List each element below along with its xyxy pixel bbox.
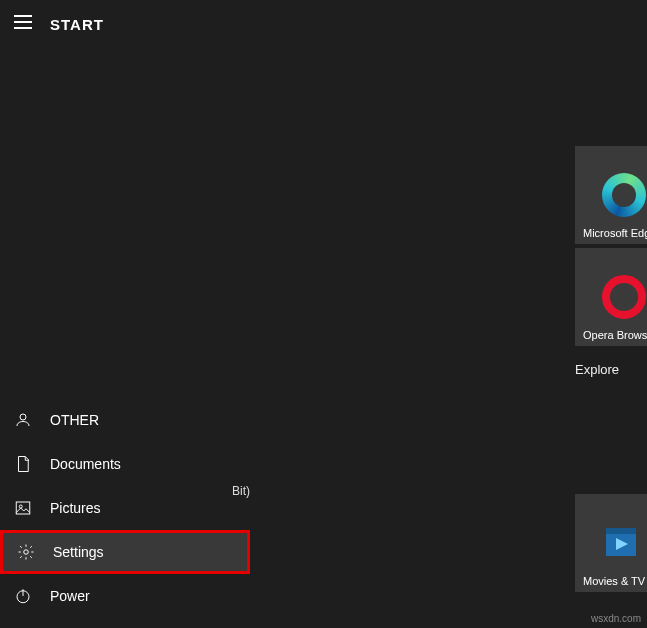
rail-item-other[interactable]: OTHER bbox=[0, 398, 250, 442]
app-list-fragment: Bit) bbox=[232, 484, 250, 498]
rail-label: Power bbox=[50, 588, 90, 604]
rail-item-documents[interactable]: Documents bbox=[0, 442, 250, 486]
pictures-icon bbox=[14, 499, 32, 517]
tile-edge[interactable]: Microsoft Edge bbox=[575, 146, 647, 244]
opera-icon bbox=[602, 275, 646, 319]
rail-item-power[interactable]: Power bbox=[0, 574, 250, 618]
group-label-explore[interactable]: Explore bbox=[575, 362, 619, 377]
tile-label: Movies & TV bbox=[583, 575, 647, 587]
svg-point-3 bbox=[20, 414, 26, 420]
tile-movies[interactable]: Movies & TV bbox=[575, 494, 647, 592]
svg-rect-4 bbox=[16, 502, 30, 514]
svg-rect-11 bbox=[606, 528, 636, 534]
start-header: START bbox=[0, 0, 250, 48]
rail-label: OTHER bbox=[50, 412, 99, 428]
rail-bottom-group: OTHER Documents Pictures Settings bbox=[0, 398, 250, 618]
left-rail: START OTHER Documents Pictures bbox=[0, 0, 250, 628]
gear-icon bbox=[17, 543, 35, 561]
rail-label: Settings bbox=[53, 544, 104, 560]
start-menu: START OTHER Documents Pictures bbox=[0, 0, 647, 628]
tile-label: Microsoft Edge bbox=[583, 227, 647, 239]
document-icon bbox=[14, 455, 32, 473]
tiles-area: Microsoft Edge Photos Opera Browser Expl… bbox=[250, 0, 647, 628]
watermark: wsxdn.com bbox=[591, 613, 641, 624]
tile-opera[interactable]: Opera Browser bbox=[575, 248, 647, 346]
rail-label: Pictures bbox=[50, 500, 101, 516]
svg-point-6 bbox=[24, 550, 29, 555]
menu-icon[interactable] bbox=[14, 15, 32, 33]
movies-icon bbox=[604, 526, 644, 560]
power-icon bbox=[14, 587, 32, 605]
edge-icon bbox=[602, 173, 646, 217]
rail-label: Documents bbox=[50, 456, 121, 472]
tile-label: Opera Browser bbox=[583, 329, 647, 341]
start-title: START bbox=[50, 16, 104, 33]
user-icon bbox=[14, 411, 32, 429]
rail-item-pictures[interactable]: Pictures bbox=[0, 486, 250, 530]
rail-item-settings[interactable]: Settings bbox=[0, 530, 250, 574]
